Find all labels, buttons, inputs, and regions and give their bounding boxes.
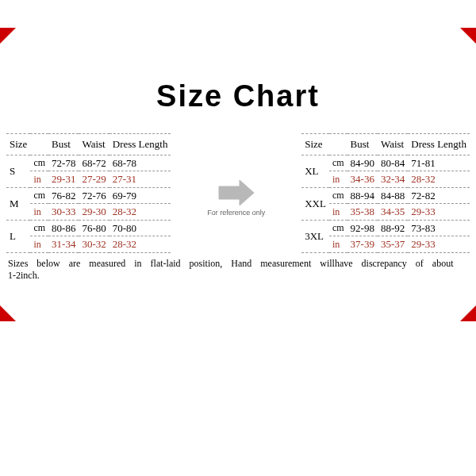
col-length: Dress Length bbox=[408, 134, 470, 155]
unit-cm: cm bbox=[30, 155, 48, 171]
length-in: 28-32 bbox=[109, 204, 171, 221]
waist-cm: 72-76 bbox=[79, 187, 109, 204]
bust-in: 37-39 bbox=[347, 236, 378, 253]
unit-in: in bbox=[30, 204, 48, 221]
waist-in: 34-35 bbox=[378, 204, 408, 221]
bust-in: 31-34 bbox=[48, 236, 79, 253]
col-bust: Bust bbox=[48, 134, 79, 155]
waist-cm: 84-88 bbox=[378, 187, 408, 204]
col-waist: Waist bbox=[378, 134, 408, 155]
length-cm: 70-80 bbox=[109, 220, 171, 236]
bust-in: 35-38 bbox=[347, 204, 378, 221]
size-label: 3XL bbox=[301, 220, 329, 252]
table-row: M cm 76-82 72-76 69-79 bbox=[6, 187, 171, 204]
table-row: XL cm 84-90 80-84 71-81 bbox=[301, 155, 470, 171]
waist-in: 29-30 bbox=[79, 204, 109, 221]
waist-cm: 88-92 bbox=[378, 220, 408, 236]
col-bust: Bust bbox=[347, 134, 378, 155]
size-label: XL bbox=[301, 155, 329, 187]
size-table-right: Size Bust Waist Dress Length XL cm 84-90… bbox=[301, 133, 470, 253]
size-chart-card: Size Chart Size Bust Waist Dress Length … bbox=[0, 0, 476, 476]
bust-cm: 72-78 bbox=[48, 155, 79, 171]
table-row: S cm 72-78 68-72 68-78 bbox=[6, 155, 171, 171]
length-in: 28-32 bbox=[109, 236, 171, 253]
bust-cm: 88-94 bbox=[347, 187, 378, 204]
waist-cm: 68-72 bbox=[79, 155, 109, 171]
unit-in: in bbox=[329, 171, 347, 188]
unit-in: in bbox=[30, 171, 48, 188]
length-cm: 73-83 bbox=[408, 220, 470, 236]
corner-decor-tr bbox=[460, 28, 476, 44]
length-in: 28-32 bbox=[408, 171, 470, 188]
col-length: Dress Length bbox=[109, 134, 171, 155]
table-row: 3XL cm 92-98 88-92 73-83 bbox=[301, 220, 470, 236]
waist-in: 27-29 bbox=[79, 171, 109, 188]
waist-cm: 80-84 bbox=[378, 155, 408, 171]
bust-in: 30-33 bbox=[48, 204, 79, 221]
unit-cm: cm bbox=[329, 220, 347, 236]
length-cm: 72-82 bbox=[408, 187, 470, 204]
size-table-left: Size Bust Waist Dress Length S cm 72-78 … bbox=[6, 133, 171, 253]
unit-in: in bbox=[30, 236, 48, 253]
table-row: in 31-34 30-32 28-32 bbox=[6, 236, 171, 253]
corner-decor-br bbox=[460, 305, 476, 321]
length-cm: 71-81 bbox=[408, 155, 470, 171]
size-label: XXL bbox=[301, 187, 329, 220]
bust-cm: 84-90 bbox=[347, 155, 378, 171]
bust-cm: 80-86 bbox=[48, 220, 79, 236]
svg-marker-0 bbox=[219, 180, 254, 205]
unit-in: in bbox=[329, 236, 347, 253]
bust-in: 34-36 bbox=[347, 171, 378, 188]
bust-cm: 76-82 bbox=[48, 187, 79, 204]
footnote: Sizes below are measured in flat-laid po… bbox=[5, 253, 471, 282]
col-waist: Waist bbox=[79, 134, 109, 155]
corner-decor-bl bbox=[0, 305, 16, 321]
waist-in: 30-32 bbox=[79, 236, 109, 253]
length-cm: 69-79 bbox=[109, 187, 171, 204]
length-cm: 68-78 bbox=[109, 155, 171, 171]
arrow-note: For reference only bbox=[207, 209, 265, 217]
waist-cm: 76-80 bbox=[79, 220, 109, 236]
unit-in: in bbox=[329, 204, 347, 221]
bust-cm: 92-98 bbox=[347, 220, 378, 236]
bust-in: 29-31 bbox=[48, 171, 79, 188]
size-label: M bbox=[6, 187, 30, 220]
unit-cm: cm bbox=[30, 220, 48, 236]
unit-cm: cm bbox=[329, 155, 347, 171]
page-title: Size Chart bbox=[5, 79, 471, 113]
table-row: L cm 80-86 76-80 70-80 bbox=[6, 220, 171, 236]
waist-in: 35-37 bbox=[378, 236, 408, 253]
size-chart: Size Bust Waist Dress Length S cm 72-78 … bbox=[5, 133, 471, 253]
arrow-icon: For reference only bbox=[217, 178, 255, 207]
table-row: in 29-31 27-29 27-31 bbox=[6, 171, 171, 188]
size-label: S bbox=[6, 155, 30, 187]
corner-decor-tl bbox=[0, 28, 16, 44]
unit-cm: cm bbox=[30, 187, 48, 204]
table-row: XXL cm 88-94 84-88 72-82 bbox=[301, 187, 470, 204]
waist-in: 32-34 bbox=[378, 171, 408, 188]
length-in: 27-31 bbox=[109, 171, 171, 188]
length-in: 29-33 bbox=[408, 236, 470, 253]
unit-cm: cm bbox=[329, 187, 347, 204]
col-size: Size bbox=[301, 134, 329, 155]
length-in: 29-33 bbox=[408, 204, 470, 221]
table-row: in 30-33 29-30 28-32 bbox=[6, 204, 171, 221]
size-label: L bbox=[6, 220, 30, 252]
col-size: Size bbox=[6, 134, 30, 155]
